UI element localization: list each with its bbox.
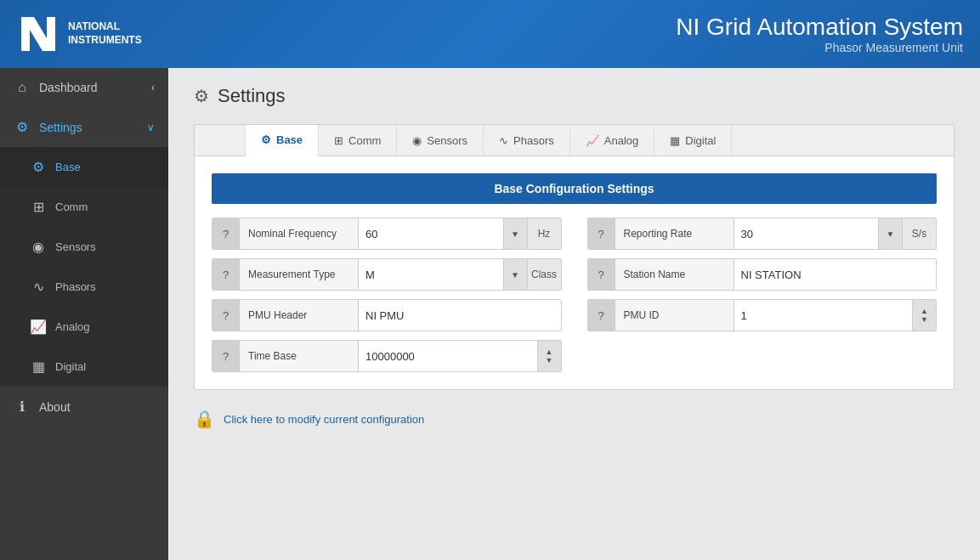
help-pmu-header[interactable]: ? [212, 300, 240, 331]
help-time-base[interactable]: ? [212, 341, 240, 371]
sidebar-label-comm: Comm [55, 201, 88, 213]
settings-icon: ⚙ [14, 119, 31, 135]
field-pmu-id: ? PMU ID 1 ▲ ▼ [587, 299, 938, 331]
field-nominal-frequency: ? Nominal Frequency 60 ▼ Hz [212, 218, 562, 250]
tab-base[interactable]: ⚙ Base [246, 125, 319, 156]
label-pmu-header: PMU Header [240, 300, 359, 331]
header: NATIONAL INSTRUMENTS NI Grid Automation … [0, 0, 980, 68]
tabs-bar: ⚙ Base ⊞ Comm ◉ Sensors ∿ Phasors 📈 A [195, 125, 954, 156]
sidebar-label-analog: Analog [55, 320, 89, 333]
page-title: Settings [218, 85, 286, 107]
value-pmu-id[interactable]: 1 [734, 300, 913, 331]
page-gear-icon: ⚙ [194, 86, 209, 106]
dropdown-reporting-rate[interactable]: ▼ [878, 218, 902, 249]
spinner-up-icon[interactable]: ▲ [546, 348, 553, 356]
sidebar: ⌂ Dashboard ‹ ⚙ Settings ∨ ⚙ Base ⊞ Comm… [0, 68, 168, 560]
sidebar-item-dashboard[interactable]: ⌂ Dashboard ‹ [0, 68, 168, 107]
phasors-icon: ∿ [30, 279, 47, 295]
help-nominal-freq[interactable]: ? [212, 218, 240, 249]
app-subtitle: Phasor Measurement Unit [676, 41, 963, 54]
analog-icon: 📈 [30, 319, 47, 335]
settings-grid: ? Nominal Frequency 60 ▼ Hz ? Measuremen… [212, 218, 937, 372]
sidebar-item-sensors[interactable]: ◉ Sensors [0, 227, 168, 267]
tab-base-icon: ⚙ [261, 133, 271, 146]
value-reporting-rate[interactable]: 30 [734, 218, 879, 249]
dashboard-icon: ⌂ [14, 80, 31, 95]
field-measurement-type: ? Measurement Type M ▼ Class [212, 258, 562, 291]
value-time-base[interactable]: 10000000 [359, 341, 537, 371]
dropdown-measurement-type[interactable]: ▼ [503, 259, 527, 290]
value-pmu-header[interactable]: NI PMU [359, 300, 561, 331]
tab-digital-label: Digital [685, 134, 716, 147]
main-layout: ⌂ Dashboard ‹ ⚙ Settings ∨ ⚙ Base ⊞ Comm… [0, 68, 980, 560]
settings-content: Base Configuration Settings ? Nominal Fr… [195, 156, 954, 389]
sidebar-item-analog[interactable]: 📈 Analog [0, 307, 168, 347]
chevron-icon-settings: ∨ [147, 122, 155, 133]
sidebar-label-about: About [39, 400, 71, 414]
help-measurement-type[interactable]: ? [212, 259, 240, 290]
spinner-up-pmu-icon[interactable]: ▲ [921, 307, 928, 315]
tabs-panel: ⚙ Base ⊞ Comm ◉ Sensors ∿ Phasors 📈 A [194, 124, 955, 390]
label-reporting-rate: Reporting Rate [615, 218, 734, 249]
sidebar-label-phasors: Phasors [55, 280, 96, 293]
modify-link[interactable]: Click here to modify current configurati… [224, 413, 424, 426]
chevron-icon-dashboard: ‹ [151, 82, 155, 93]
sidebar-item-base[interactable]: ⚙ Base [0, 147, 168, 187]
tab-comm[interactable]: ⊞ Comm [319, 125, 397, 156]
tab-phasors-icon: ∿ [499, 134, 508, 147]
value-measurement-type[interactable]: M [359, 259, 503, 290]
sidebar-item-about[interactable]: ℹ About [0, 387, 168, 427]
tab-comm-label: Comm [348, 134, 381, 147]
sidebar-item-phasors[interactable]: ∿ Phasors [0, 267, 168, 307]
unit-reporting-rate: S/s [902, 218, 936, 249]
tab-phasors[interactable]: ∿ Phasors [484, 125, 570, 156]
help-reporting-rate[interactable]: ? [588, 218, 615, 249]
base-icon: ⚙ [30, 159, 47, 175]
lock-icon: 🔒 [194, 409, 215, 429]
tab-digital-icon: ▦ [670, 134, 680, 147]
spinner-down-pmu-icon[interactable]: ▼ [921, 315, 928, 324]
tab-sensors[interactable]: ◉ Sensors [397, 125, 484, 156]
main-content: ⚙ Settings ⚙ Base ⊞ Comm ◉ Sensors [168, 68, 980, 560]
spinner-pmu-id[interactable]: ▲ ▼ [912, 300, 936, 331]
tab-analog-label: Analog [604, 134, 638, 147]
dropdown-nominal-freq[interactable]: ▼ [503, 218, 527, 249]
help-station-name[interactable]: ? [588, 259, 615, 290]
settings-section-title: Base Configuration Settings [212, 173, 937, 204]
logo-text: NATIONAL INSTRUMENTS [68, 20, 142, 47]
sidebar-label-settings: Settings [39, 121, 82, 134]
sidebar-item-digital[interactable]: ▦ Digital [0, 347, 168, 387]
spinner-down-icon[interactable]: ▼ [546, 356, 553, 365]
ni-logo-icon [17, 13, 59, 55]
sensors-icon: ◉ [30, 239, 47, 255]
app-title: NI Grid Automation System [676, 14, 963, 41]
help-pmu-id[interactable]: ? [588, 300, 615, 331]
logo-area: NATIONAL INSTRUMENTS [17, 13, 142, 55]
tab-sensors-icon: ◉ [412, 134, 422, 147]
about-icon: ℹ [14, 399, 31, 415]
label-pmu-id: PMU ID [615, 300, 734, 331]
field-time-base: ? Time Base 10000000 ▲ ▼ [212, 340, 562, 372]
spinner-time-base[interactable]: ▲ ▼ [537, 341, 561, 371]
tab-analog[interactable]: 📈 Analog [570, 125, 654, 156]
header-title: NI Grid Automation System Phasor Measure… [676, 14, 963, 54]
label-nominal-freq: Nominal Frequency [240, 218, 359, 249]
field-reporting-rate: ? Reporting Rate 30 ▼ S/s [587, 218, 938, 250]
sidebar-submenu-settings: ⚙ Base ⊞ Comm ◉ Sensors ∿ Phasors 📈 Anal… [0, 147, 168, 387]
sidebar-label-sensors: Sensors [55, 240, 96, 253]
sidebar-item-comm[interactable]: ⊞ Comm [0, 187, 168, 227]
field-pmu-header: ? PMU Header NI PMU [212, 299, 562, 331]
unit-measurement-type: Class [527, 259, 561, 290]
value-nominal-freq[interactable]: 60 [359, 218, 503, 249]
sidebar-label-base: Base [55, 161, 81, 173]
tab-phasors-label: Phasors [513, 134, 554, 147]
sidebar-label-digital: Digital [55, 360, 86, 373]
tab-digital[interactable]: ▦ Digital [654, 125, 732, 156]
page-title-area: ⚙ Settings [194, 85, 955, 107]
value-station-name[interactable]: NI STATION [734, 259, 937, 290]
label-measurement-type: Measurement Type [240, 259, 359, 290]
label-station-name: Station Name [615, 259, 734, 290]
left-column: ? Nominal Frequency 60 ▼ Hz ? Measuremen… [212, 218, 562, 372]
tab-base-label: Base [276, 133, 303, 146]
sidebar-item-settings[interactable]: ⚙ Settings ∨ [0, 107, 168, 147]
